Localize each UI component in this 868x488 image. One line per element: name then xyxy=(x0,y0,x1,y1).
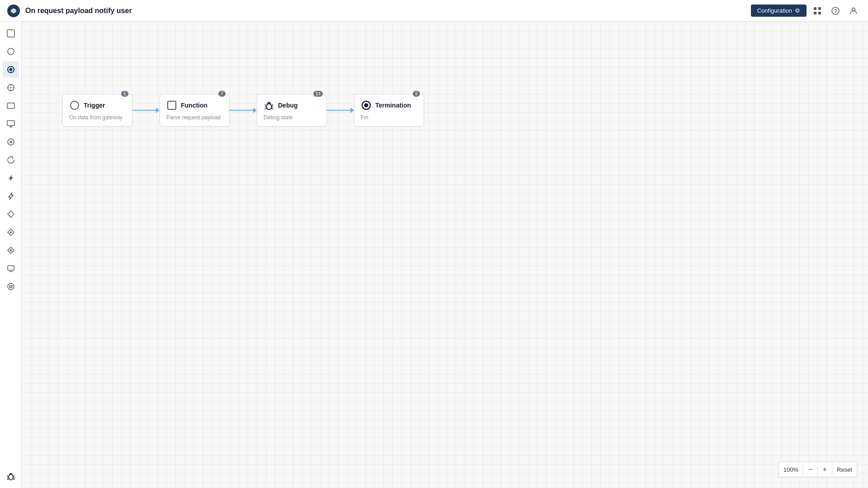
app-logo xyxy=(7,5,20,17)
zoom-out-icon: − xyxy=(808,465,812,474)
gear-icon: ⚙ xyxy=(795,7,800,14)
diamond1-icon xyxy=(7,211,14,218)
user-icon-button[interactable] xyxy=(846,4,861,18)
svg-text:?: ? xyxy=(834,8,837,14)
svg-point-42 xyxy=(267,104,272,110)
svg-rect-27 xyxy=(8,266,14,270)
svg-line-46 xyxy=(272,105,274,105)
zoom-controls: 100% − + Reset xyxy=(778,462,857,477)
flow-container: 6 Trigger On data from gateway 7 xyxy=(62,94,424,127)
svg-rect-2 xyxy=(814,12,816,14)
svg-point-8 xyxy=(8,48,14,55)
sidebar-item-canvas[interactable] xyxy=(3,25,19,42)
zoom-in-icon: + xyxy=(823,465,827,474)
canvas-icon xyxy=(7,29,15,38)
svg-point-24 xyxy=(10,231,12,233)
svg-line-36 xyxy=(13,476,14,476)
svg-point-51 xyxy=(364,103,368,108)
tag-icon xyxy=(7,84,15,92)
sidebar xyxy=(0,22,22,488)
svg-rect-18 xyxy=(7,121,14,126)
sidebar-item-circle[interactable] xyxy=(3,43,19,60)
termination-circle-icon xyxy=(361,100,371,110)
termination-header: Termination xyxy=(361,100,417,111)
svg-line-38 xyxy=(13,479,14,479)
circle-icon xyxy=(7,47,15,56)
sidebar-item-bug[interactable] xyxy=(3,468,19,484)
function-label: Function xyxy=(181,102,208,109)
debug-icon-wrapper xyxy=(264,100,274,111)
trigger-circle-icon xyxy=(70,100,80,110)
topbar-actions: Configuration ⚙ ? xyxy=(751,4,861,18)
rect-icon xyxy=(7,103,15,109)
sidebar-item-x[interactable] xyxy=(3,134,19,150)
trigger-sublabel: On data from gateway xyxy=(69,114,126,121)
grid-icon-button[interactable] xyxy=(810,4,825,18)
function-square-icon xyxy=(167,101,176,110)
debug-bug-icon xyxy=(264,100,274,110)
x-circle-icon xyxy=(7,138,15,146)
sidebar-item-active-circle[interactable] xyxy=(3,61,19,78)
svg-point-10 xyxy=(9,68,12,71)
zoom-out-button[interactable]: − xyxy=(803,462,818,477)
sidebar-item-target[interactable] xyxy=(3,278,19,295)
debug-sublabel: Debug state xyxy=(264,114,320,121)
active-circle-icon xyxy=(7,66,15,74)
sidebar-item-tag[interactable] xyxy=(3,80,19,96)
grid-icon xyxy=(813,7,821,15)
sidebar-item-rect[interactable] xyxy=(3,98,19,114)
sidebar-item-display[interactable] xyxy=(3,260,19,277)
svg-point-31 xyxy=(10,286,11,287)
function-sublabel: Parse request payload xyxy=(166,114,223,121)
zoom-level: 100% xyxy=(779,464,803,476)
svg-line-33 xyxy=(7,476,9,476)
sidebar-item-lightning[interactable] xyxy=(3,170,19,186)
debug-badge: 14 xyxy=(313,91,323,97)
sidebar-item-diamond1[interactable] xyxy=(3,206,19,222)
sidebar-item-diamond2[interactable] xyxy=(3,224,19,240)
debug-label: Debug xyxy=(278,102,298,109)
user-icon xyxy=(849,7,858,15)
svg-rect-3 xyxy=(818,12,821,14)
svg-rect-1 xyxy=(818,7,821,10)
svg-line-43 xyxy=(265,105,267,105)
help-icon-button[interactable]: ? xyxy=(828,4,843,18)
lightning2-icon xyxy=(7,192,15,200)
svg-rect-41 xyxy=(168,101,176,109)
connector-line-3 xyxy=(327,110,350,111)
trigger-label: Trigger xyxy=(84,102,105,109)
debug-node[interactable]: 14 Debug Debug xyxy=(257,94,327,127)
sidebar-item-lightning2[interactable] xyxy=(3,188,19,204)
svg-line-48 xyxy=(272,108,274,109)
connector-arrow-3 xyxy=(350,108,354,113)
page-title: On request payload notify user xyxy=(25,7,751,15)
diamond2-icon xyxy=(7,229,14,236)
connector-1 xyxy=(132,108,160,113)
sidebar-item-refresh[interactable] xyxy=(3,152,19,168)
refresh-icon xyxy=(7,156,15,164)
connector-arrow-2 xyxy=(253,108,257,113)
function-header: Function xyxy=(166,100,223,111)
zoom-in-button[interactable]: + xyxy=(818,462,832,477)
monitor-icon xyxy=(7,120,15,128)
trigger-badge: 6 xyxy=(121,91,128,97)
trigger-header: Trigger xyxy=(69,100,126,111)
termination-badge: 9 xyxy=(413,91,420,97)
termination-label: Termination xyxy=(375,102,411,109)
svg-line-35 xyxy=(7,479,9,479)
function-icon-wrapper xyxy=(166,100,177,111)
termination-node[interactable]: 9 Termination Fin xyxy=(354,94,424,127)
zoom-reset-button[interactable]: Reset xyxy=(832,462,857,477)
svg-point-32 xyxy=(9,474,13,480)
configuration-button[interactable]: Configuration ⚙ xyxy=(751,5,807,17)
topbar: On request payload notify user Configura… xyxy=(0,0,868,22)
canvas-area[interactable]: 6 Trigger On data from gateway 7 xyxy=(22,22,868,488)
connector-3 xyxy=(327,108,354,113)
trigger-node[interactable]: 6 Trigger On data from gateway xyxy=(62,94,132,127)
svg-rect-17 xyxy=(7,103,14,108)
sidebar-item-plus-diamond[interactable] xyxy=(3,242,19,258)
lightning-icon xyxy=(7,174,15,182)
connector-line-1 xyxy=(132,110,156,111)
function-node[interactable]: 7 Function Parse request payload xyxy=(160,94,230,127)
sidebar-item-monitor[interactable] xyxy=(3,116,19,132)
